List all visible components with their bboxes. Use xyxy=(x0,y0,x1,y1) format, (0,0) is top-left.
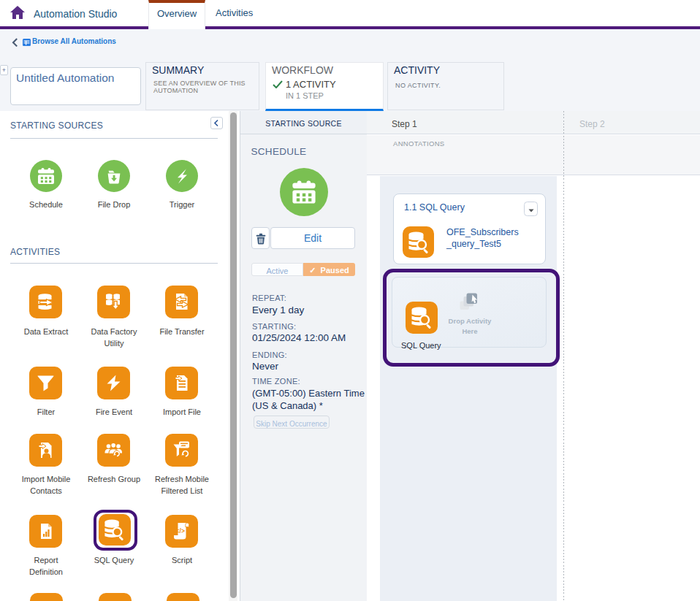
svg-text:</>: </> xyxy=(176,527,185,535)
